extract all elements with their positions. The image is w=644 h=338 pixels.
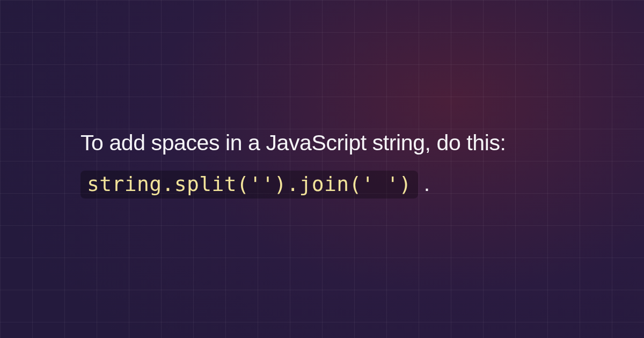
description-text: To add spaces in a JavaScript string, do… xyxy=(80,123,564,204)
hero-card: To add spaces in a JavaScript string, do… xyxy=(0,0,644,338)
text-before: To add spaces in a JavaScript string, do… xyxy=(80,130,506,155)
code-snippet: string.split('').join(' ') xyxy=(80,171,418,199)
content-block: To add spaces in a JavaScript string, do… xyxy=(75,123,569,204)
text-after: . xyxy=(418,171,430,196)
